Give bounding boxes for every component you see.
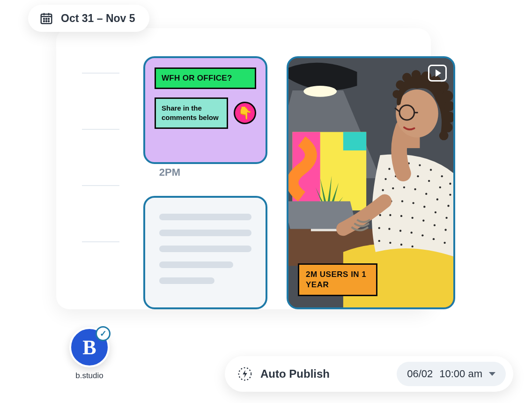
svg-point-49 <box>444 229 446 231</box>
time-gridline <box>82 129 119 130</box>
svg-point-53 <box>411 231 413 233</box>
svg-point-15 <box>388 168 390 170</box>
svg-point-18 <box>419 164 421 166</box>
placeholder-line <box>159 261 233 268</box>
post-subrow: Share in the comments below 👇 <box>155 97 256 129</box>
publish-datetime-picker[interactable]: 06/02 10:00 am <box>397 362 506 386</box>
svg-point-19 <box>430 169 432 171</box>
svg-point-44 <box>389 214 391 216</box>
svg-point-8 <box>303 86 337 97</box>
draft-post-card[interactable] <box>143 196 267 309</box>
svg-point-56 <box>443 242 445 244</box>
svg-point-68 <box>443 122 453 133</box>
svg-point-45 <box>400 215 402 217</box>
svg-point-27 <box>439 187 441 188</box>
pointing-down-icon: 👇 <box>234 102 256 124</box>
svg-point-4 <box>44 21 44 22</box>
svg-point-71 <box>412 70 421 80</box>
svg-point-33 <box>425 193 427 194</box>
svg-point-39 <box>412 202 414 204</box>
profile-handle: b.studio <box>75 371 103 381</box>
svg-point-55 <box>433 238 435 240</box>
svg-point-54 <box>421 234 423 236</box>
svg-point-6 <box>48 21 49 22</box>
svg-point-41 <box>435 211 436 213</box>
placeholder-line <box>159 246 251 252</box>
profile-initial: B <box>82 336 96 359</box>
svg-point-65 <box>442 90 453 102</box>
play-icon <box>428 65 447 82</box>
svg-point-29 <box>382 189 384 191</box>
svg-point-42 <box>445 217 447 219</box>
svg-point-52 <box>399 230 401 231</box>
publish-mode-label: Auto Publish <box>260 367 389 381</box>
svg-point-21 <box>449 183 451 185</box>
svg-point-40 <box>423 206 425 208</box>
svg-point-22 <box>384 178 386 180</box>
svg-point-60 <box>411 246 413 247</box>
video-caption: 2M USERS IN 1 YEAR <box>298 263 377 296</box>
time-label: 2PM <box>159 166 180 179</box>
placeholder-line <box>159 214 251 220</box>
svg-point-3 <box>48 18 49 19</box>
svg-point-31 <box>403 187 405 188</box>
svg-point-38 <box>401 200 403 202</box>
date-range-label: Oct 31 – Nov 5 <box>61 12 135 25</box>
placeholder-line <box>159 277 214 284</box>
svg-point-1 <box>44 18 44 19</box>
time-gridline <box>82 185 119 186</box>
svg-point-48 <box>434 224 436 226</box>
svg-point-5 <box>46 21 47 22</box>
calendar-icon <box>39 11 53 25</box>
svg-point-73 <box>396 80 405 90</box>
svg-point-28 <box>449 194 451 195</box>
svg-point-34 <box>436 198 438 200</box>
post-subtext: Share in the comments below <box>155 97 228 129</box>
placeholder-line <box>159 230 251 236</box>
svg-point-35 <box>447 205 449 207</box>
profile-badge[interactable]: B ✓ b.studio <box>69 327 110 381</box>
svg-point-50 <box>378 227 380 229</box>
publish-time: 10:00 am <box>439 368 482 380</box>
svg-point-46 <box>411 217 413 219</box>
profile-avatar: B ✓ <box>69 327 110 367</box>
svg-rect-11 <box>343 132 366 150</box>
chevron-down-icon <box>489 372 495 376</box>
post-headline: WFH OR OFFICE? <box>155 67 256 89</box>
scheduled-post-card[interactable]: WFH OR OFFICE? Share in the comments bel… <box>143 56 267 164</box>
scheduled-video-card[interactable]: 2M USERS IN 1 YEAR <box>287 56 455 309</box>
publish-bar: Auto Publish 06/02 10:00 am <box>225 356 513 392</box>
svg-point-74 <box>392 90 401 98</box>
svg-point-64 <box>439 82 449 92</box>
svg-point-59 <box>400 244 402 246</box>
svg-point-43 <box>379 214 381 216</box>
svg-point-26 <box>428 180 430 182</box>
svg-point-32 <box>414 188 416 190</box>
svg-point-47 <box>422 220 424 222</box>
svg-point-25 <box>417 175 419 177</box>
publish-date: 06/02 <box>407 368 433 380</box>
svg-point-69 <box>439 131 449 141</box>
svg-point-51 <box>388 228 390 230</box>
svg-point-2 <box>46 18 47 19</box>
date-range-picker[interactable]: Oct 31 – Nov 5 <box>28 5 149 32</box>
svg-point-30 <box>392 187 394 189</box>
time-gridline <box>82 73 119 74</box>
auto-publish-icon <box>237 366 253 382</box>
svg-point-20 <box>441 175 443 177</box>
svg-point-57 <box>378 240 380 242</box>
time-gridline <box>82 241 119 242</box>
verified-check-icon: ✓ <box>96 326 111 341</box>
svg-point-72 <box>402 73 412 82</box>
svg-point-58 <box>389 242 391 244</box>
